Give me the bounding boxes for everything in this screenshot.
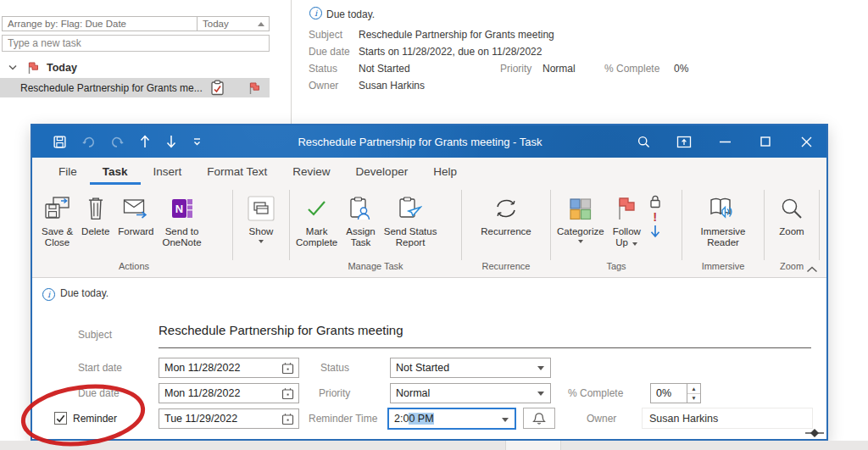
mark-complete-button[interactable]: Mark Complete	[292, 189, 342, 250]
new-task-input[interactable]	[2, 35, 270, 52]
ribbon-group-show: Show	[235, 185, 287, 277]
send-status-report-button[interactable]: Send Status Report	[380, 189, 442, 250]
spinner-down-icon[interactable]: ▼	[687, 394, 700, 403]
ribbon-tabs: File Task Insert Format Text Review Deve…	[32, 158, 826, 185]
sort-header[interactable]: Today	[197, 17, 258, 31]
pane-divider[interactable]	[291, 0, 292, 124]
resize-handle[interactable]	[805, 429, 824, 437]
group-label: Today	[47, 62, 77, 74]
forward-button[interactable]: Forward	[114, 189, 158, 239]
spinner-up-icon[interactable]: ▲	[687, 384, 700, 394]
pop-out-button[interactable]	[664, 125, 704, 158]
group-label-immersive: Immersive	[684, 260, 762, 277]
calendar-icon[interactable]	[281, 362, 294, 377]
reminder-date-field[interactable]: Tue 11/29/2022	[159, 408, 299, 429]
group-separator	[764, 190, 765, 260]
zoom-button[interactable]: Zoom	[775, 189, 808, 239]
search-button[interactable]	[623, 125, 664, 158]
tab-developer[interactable]: Developer	[343, 165, 421, 185]
reminder-label[interactable]: Reminder	[73, 413, 117, 425]
delete-button[interactable]: Delete	[77, 189, 114, 239]
chevron-down-icon	[632, 242, 637, 246]
due-today-banner: Due today.	[60, 287, 108, 299]
group-label-actions: Actions	[37, 260, 231, 277]
redo-icon[interactable]	[110, 136, 125, 148]
due-date-field[interactable]: Mon 11/28/2022	[159, 383, 299, 403]
tab-task[interactable]: Task	[90, 165, 141, 185]
task-group-header[interactable]: Today	[0, 58, 270, 76]
priority-value: Normal	[542, 63, 576, 75]
subject-label: Subject	[309, 29, 342, 41]
private-lock-icon[interactable]	[648, 194, 662, 208]
ribbon: Save & Close Delete	[32, 185, 826, 278]
categorize-icon	[569, 191, 592, 226]
tab-insert[interactable]: Insert	[141, 165, 195, 185]
status-dropdown[interactable]: Not Started	[390, 358, 551, 378]
minimize-button[interactable]	[704, 125, 745, 158]
subject-value[interactable]: Reschedule Partnership for Grants meetin…	[159, 323, 403, 337]
move-down-icon[interactable]	[165, 134, 177, 149]
chevron-down-icon	[578, 240, 583, 243]
priority-dropdown[interactable]: Normal	[390, 383, 551, 403]
svg-text:N: N	[175, 203, 182, 215]
importance-low-icon[interactable]	[650, 225, 660, 238]
show-button[interactable]: Show	[243, 189, 279, 245]
reminder-checkbox[interactable]	[54, 412, 67, 425]
tab-review[interactable]: Review	[280, 165, 342, 185]
task-clipboard-icon	[210, 80, 225, 96]
maximize-button[interactable]	[745, 125, 786, 158]
task-form: i Due today. Subject Reschedule Partners…	[32, 278, 826, 439]
recurrence-button[interactable]: Recurrence	[476, 189, 535, 239]
calendar-icon[interactable]	[281, 387, 294, 403]
background-window-fragment	[505, 441, 561, 450]
dropdown-arrow-icon	[537, 366, 544, 370]
start-date-label: Start date	[78, 362, 122, 374]
follow-up-flag-icon	[615, 191, 637, 226]
task-list-item[interactable]: Reschedule Partnership for Grants me...	[0, 78, 270, 97]
categorize-button[interactable]: Categorize	[553, 189, 609, 245]
ribbon-group-recurrence: Recurrence Recurrence	[464, 185, 548, 277]
importance-high-icon[interactable]: !	[653, 210, 657, 223]
reminder-sound-button[interactable]	[523, 408, 555, 429]
move-up-icon[interactable]	[139, 134, 151, 149]
pct-complete-value: 0%	[674, 63, 688, 75]
follow-up-button[interactable]: Follow Up	[609, 189, 645, 250]
window-title: Reschedule Partnership for Grants meetin…	[236, 136, 604, 148]
pct-complete-field[interactable]: 0%	[650, 383, 687, 403]
immersive-reader-button[interactable]: Immersive Reader	[696, 189, 749, 250]
calendar-icon[interactable]	[281, 413, 294, 428]
background-strip	[0, 441, 868, 450]
flag-icon[interactable]	[248, 81, 261, 95]
sort-ascending-icon[interactable]	[258, 22, 264, 26]
bell-icon	[532, 412, 546, 425]
start-date-field[interactable]: Mon 11/28/2022	[159, 358, 299, 378]
close-button[interactable]	[786, 125, 826, 158]
importance-stack: !	[645, 189, 665, 238]
assign-task-button[interactable]: Assign Task	[342, 189, 380, 250]
search-icon	[637, 135, 651, 149]
group-separator	[550, 190, 551, 260]
chevron-down-icon[interactable]	[8, 64, 17, 70]
save-icon[interactable]	[53, 135, 67, 149]
check-icon	[305, 191, 329, 226]
reminder-time-label: Reminder Time	[309, 413, 377, 425]
arrange-by-header[interactable]: Arrange by: Flag: Due Date	[3, 19, 197, 29]
reminder-time-dropdown[interactable]: 2:00 PM	[387, 408, 516, 430]
priority-label: Priority	[319, 387, 350, 399]
owner-label: Owner	[309, 80, 338, 92]
pct-complete-label: % Complete	[568, 387, 623, 399]
task-list-header: Arrange by: Flag: Due Date Today	[2, 16, 270, 31]
customize-qat-icon[interactable]	[192, 136, 203, 147]
save-close-button[interactable]: Save & Close	[37, 189, 77, 250]
undo-icon[interactable]	[81, 136, 96, 148]
tab-format-text[interactable]: Format Text	[194, 165, 280, 185]
tab-help[interactable]: Help	[420, 165, 470, 185]
immersive-reader-icon	[708, 191, 738, 226]
delete-icon	[86, 191, 105, 226]
ribbon-group-manage-task: Mark Complete Assign Task	[292, 185, 459, 277]
send-to-onenote-button[interactable]: N Send to OneNote	[159, 189, 206, 250]
tab-file[interactable]: File	[46, 165, 90, 185]
collapse-ribbon-icon[interactable]	[806, 266, 818, 273]
maximize-icon	[760, 136, 771, 147]
minimize-icon	[720, 141, 731, 143]
